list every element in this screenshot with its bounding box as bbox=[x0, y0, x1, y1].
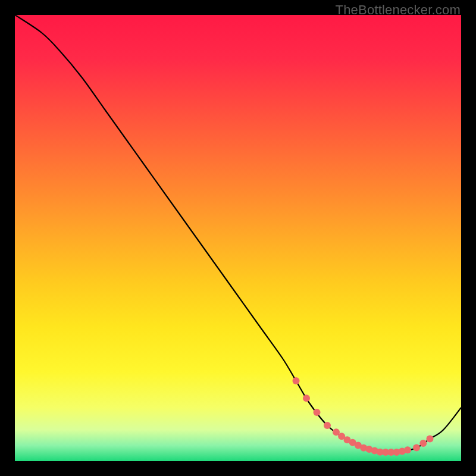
curve-line bbox=[15, 15, 461, 453]
curve-marker bbox=[413, 444, 420, 452]
curve-marker bbox=[303, 394, 310, 402]
curve-marker bbox=[293, 377, 300, 384]
attribution-label: TheBottlenecker.com bbox=[336, 2, 461, 18]
curve-marker bbox=[404, 446, 411, 453]
curve-marker bbox=[427, 436, 434, 443]
curve-marker bbox=[324, 422, 331, 429]
plot-area bbox=[15, 15, 461, 461]
bottleneck-curve bbox=[15, 15, 461, 461]
chart-stage: TheBottlenecker.com bbox=[0, 0, 476, 476]
curve-marker bbox=[419, 440, 427, 447]
curve-markers bbox=[293, 377, 434, 456]
curve-marker bbox=[314, 409, 321, 416]
